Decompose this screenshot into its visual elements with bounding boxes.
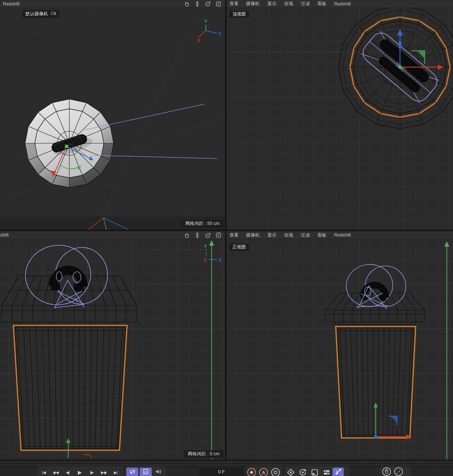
maximize-view-icon[interactable] [216, 232, 221, 238]
viewport-front-right-menubar: 查看 摄像机 显示 选项 过滤 面板 Redshift [226, 231, 453, 239]
timeline-ticks [0, 461, 453, 466]
keying-parameter-icon[interactable] [321, 467, 332, 476]
menu-filter[interactable]: 过滤 [301, 1, 310, 7]
speaker-icon [155, 469, 162, 476]
frame-counter-field[interactable]: 0 F [199, 468, 244, 476]
viewport-perspective-canvas[interactable]: 默认摄像机 [0, 8, 225, 230]
viewport-front-right: 查看 摄像机 显示 选项 过滤 面板 Redshift 正视图 [226, 231, 453, 459]
world-y-axis [444, 241, 449, 459]
camera-label[interactable]: 默认摄像机 [23, 10, 59, 18]
viewport-front-left-menubar: lshift [0, 231, 225, 239]
menu-display[interactable]: 显示 [268, 1, 277, 7]
go-to-end-button[interactable]: ▶| [110, 467, 122, 476]
record-keyframe-button[interactable] [245, 467, 257, 476]
menu-panel[interactable]: 面板 [318, 232, 327, 238]
menu-panel[interactable]: 面板 [318, 1, 327, 7]
pan-hand-icon[interactable] [184, 1, 190, 7]
transport-group: |◀ ◆◀ ◀| ▶ |▶ ▶◆ ▶| [38, 466, 123, 476]
viewport-front-right-canvas[interactable]: 正视图 [226, 239, 453, 459]
can-body-mesh[interactable] [13, 325, 127, 450]
next-frame-button[interactable]: |▶ [86, 467, 98, 476]
front-view-scene-2[interactable] [226, 239, 453, 459]
keying-toggles-group [285, 466, 349, 476]
svg-text:Z: Z [219, 257, 221, 262]
svg-text:X: X [204, 257, 207, 262]
viewport-front-left-canvas[interactable]: Y X Z [0, 239, 225, 459]
perspective-scene[interactable]: Y X Z [0, 8, 225, 230]
next-key-button[interactable]: ▶◆ [98, 467, 110, 476]
mouse-recording-button[interactable] [380, 467, 392, 476]
viewport-perspective-menubar: Redshift [0, 0, 225, 8]
playback-options-group [125, 466, 166, 476]
world-y-axis [209, 240, 214, 459]
keying-position-icon[interactable] [285, 467, 297, 476]
menu-camera[interactable]: 摄像机 [246, 232, 260, 238]
menu-view[interactable]: 查看 [229, 232, 238, 238]
axis-indicator: Y X Z [197, 19, 221, 43]
camera-icon [51, 11, 56, 17]
pan-hand-icon[interactable] [184, 232, 190, 238]
sound-button[interactable] [153, 468, 164, 476]
go-to-start-button[interactable]: |◀ [38, 467, 50, 476]
svg-text:A: A [262, 470, 265, 475]
previous-key-button[interactable]: ◆◀ [50, 467, 62, 476]
menu-filter[interactable]: 过滤 [301, 232, 310, 238]
front-view-scene[interactable]: Y X Z [0, 239, 225, 459]
clipboard-button[interactable] [140, 468, 152, 476]
keying-rotation-icon[interactable] [297, 467, 309, 476]
play-button[interactable]: ▶ [74, 467, 86, 476]
menu-redshift[interactable]: Redshift [334, 233, 351, 238]
menu-camera[interactable]: 摄像机 [246, 1, 260, 7]
lid-wireframe[interactable] [325, 293, 425, 324]
menu-options[interactable]: 选项 [284, 1, 293, 7]
keying-scale-icon[interactable] [309, 467, 321, 476]
top-view-scene[interactable] [226, 8, 453, 230]
clipboard-icon [143, 469, 149, 476]
view-label: 正视图 [229, 244, 249, 251]
viewport-perspective: Redshift 默认摄像机 [0, 0, 225, 230]
dolly-icon[interactable] [195, 232, 200, 238]
input-options-group [380, 466, 411, 476]
loop-icon [129, 469, 136, 476]
keying-settings-button[interactable] [269, 467, 281, 476]
viewport-top-canvas[interactable]: 顶视图 [226, 8, 453, 230]
menu-display[interactable]: 显示 [268, 232, 277, 238]
menu-redshift[interactable]: Redshift [334, 1, 351, 7]
loop-playback-button[interactable] [126, 468, 138, 476]
dolly-icon[interactable] [195, 1, 200, 7]
grid-spacing-label: 网格间距 : 5 cm [184, 450, 224, 458]
view-label: 顶视图 [229, 11, 249, 18]
menu-view[interactable]: 查看 [229, 1, 238, 7]
handle-spline-cage[interactable] [23, 242, 111, 308]
previous-frame-button[interactable]: ◀| [62, 467, 74, 476]
viewport-top-menubar: 查看 摄像机 显示 选项 过滤 面板 Redshift [226, 0, 453, 8]
autokey-button[interactable]: A [257, 467, 269, 476]
grid-spacing-label: 网格间距 : 50 cm [181, 220, 224, 227]
keying-pla-icon [334, 468, 342, 476]
keying-pla-toggle[interactable] [332, 468, 344, 476]
mouse-icon [381, 467, 392, 476]
interpolation-icon [393, 467, 404, 476]
rotate-view-icon[interactable] [205, 232, 211, 238]
svg-text:Y: Y [204, 19, 207, 24]
rotate-view-icon[interactable] [205, 1, 211, 7]
viewport-top: 查看 摄像机 显示 选项 过滤 面板 Redshift 顶视图 [226, 0, 453, 230]
menu-redshift-clipped[interactable]: lshift [0, 233, 9, 238]
svg-text:Z: Z [219, 31, 221, 36]
svg-text:X: X [197, 38, 200, 43]
cinema4d-quad-viewport: Redshift 默认摄像机 [0, 0, 453, 476]
menu-redshift[interactable]: Redshift [3, 1, 20, 7]
svg-text:Y: Y [204, 244, 207, 249]
viewport-front-left: lshift Y X Z [0, 231, 225, 459]
axis-indicator: Y X Z [204, 244, 221, 262]
maximize-view-icon[interactable] [216, 1, 221, 7]
menu-options[interactable]: 选项 [284, 232, 293, 238]
record-group: A [245, 466, 282, 476]
interpolation-button[interactable] [392, 467, 404, 476]
